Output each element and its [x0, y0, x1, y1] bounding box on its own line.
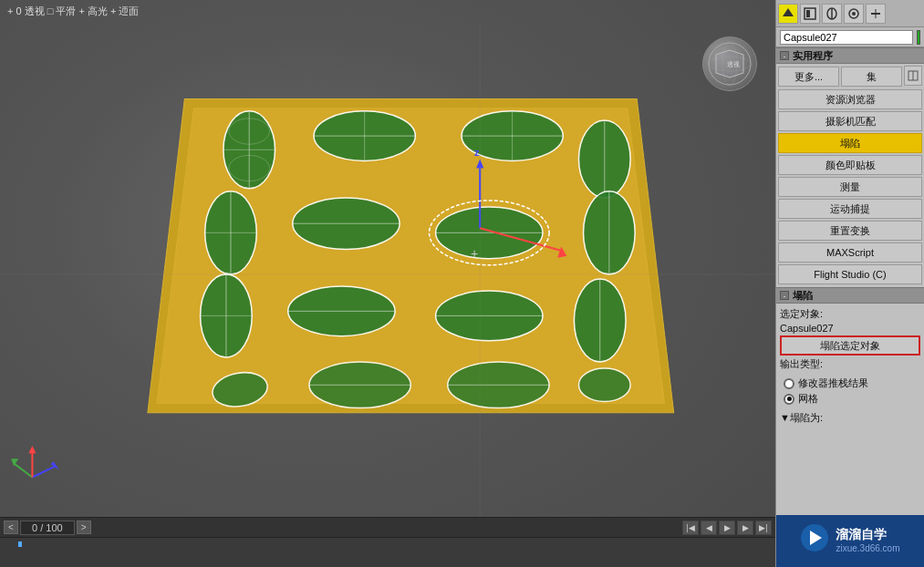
panel-expand-btn[interactable] — [904, 66, 922, 86]
timeline-controls: < 0 / 100 > |◀ ◀ ▶ ▶ ▶| — [0, 518, 775, 538]
watermark-logo — [801, 524, 828, 552]
svg-text:+: + — [471, 246, 478, 261]
utility-buttons-area: 更多... 集 资源浏览器 摄影机匹配 塌陷 颜色即贴板 测量 运动捕提 重置变… — [776, 64, 924, 287]
svg-rect-60 — [806, 10, 810, 17]
go-start-btn[interactable]: |◀ — [682, 521, 699, 535]
motion-icon-btn[interactable] — [866, 4, 886, 24]
svg-text:z: z — [474, 147, 480, 158]
prev-btn[interactable]: ◀ — [701, 521, 717, 535]
timeline-counter: 0 / 100 — [20, 521, 75, 535]
utility-section-title: 实用程序 — [793, 49, 833, 63]
svg-point-64 — [852, 12, 856, 15]
radio-dot-mesh[interactable] — [784, 394, 794, 405]
svg-line-50 — [14, 463, 32, 477]
radio-dot-modifier[interactable] — [784, 378, 794, 389]
main-container: + 0 透视 □ 平滑 + 高光 + 迊面 — [0, 0, 924, 567]
svg-marker-58 — [783, 8, 794, 16]
collapse-to-label: ▼塌陷为: — [780, 411, 920, 425]
next-frame-btn[interactable]: > — [77, 521, 91, 534]
collapse-selected-btn[interactable]: 塌陷选定对象 — [780, 335, 920, 356]
next-btn[interactable]: ▶ — [737, 521, 753, 535]
motion-capture-btn[interactable]: 运动捕提 — [778, 199, 922, 219]
watermark-subtitle: zixue.3d66.com — [836, 543, 899, 553]
collapse-section-title: 塌陷 — [793, 289, 813, 303]
nav-cube[interactable]: 透视 — [702, 36, 757, 91]
radio-label-modifier: 修改器推栈结果 — [798, 376, 868, 390]
go-end-btn[interactable]: ▶| — [755, 521, 772, 535]
resource-browser-btn[interactable]: 资源浏览器 — [778, 89, 922, 109]
svg-text:透视: 透视 — [727, 61, 740, 67]
viewport[interactable]: + 0 透视 □ 平滑 + 高光 + 迊面 — [0, 0, 775, 567]
collapse-section-collapse-btn[interactable]: - — [780, 291, 789, 300]
radio-modifier-stack[interactable]: 修改器推栈结果 — [784, 376, 917, 390]
section-collapse-btn[interactable]: - — [780, 51, 789, 60]
color-swatch[interactable] — [917, 30, 920, 45]
scene-icon-btn[interactable] — [800, 4, 820, 24]
svg-line-48 — [32, 466, 55, 477]
camera-match-btn[interactable]: 摄影机匹配 — [778, 111, 922, 131]
output-type-radio-group: 修改器推栈结果 网格 — [776, 375, 924, 407]
radio-mesh[interactable]: 网格 — [784, 392, 917, 406]
collapse-section-header: - 塌陷 — [776, 287, 924, 304]
radio-label-mesh: 网格 — [798, 392, 818, 406]
set-btn[interactable]: 集 — [841, 67, 902, 87]
selected-object-value: Capsule027 — [780, 323, 920, 334]
reset-transform-btn[interactable]: 重置变换 — [778, 221, 922, 241]
object-name-field[interactable] — [780, 30, 913, 45]
right-panel: - 实用程序 更多... 集 资源浏览器 摄影机匹配 塌陷 颜色即贴板 测量 运… — [775, 0, 924, 567]
measure-btn[interactable]: 测量 — [778, 177, 922, 197]
color-clipboard-btn[interactable]: 颜色即贴板 — [778, 155, 922, 175]
svg-marker-53 — [28, 446, 36, 453]
collapse-to-section: ▼塌陷为: — [776, 407, 924, 428]
prev-frame-btn[interactable]: < — [4, 521, 18, 534]
panel-top-bar — [776, 0, 924, 27]
object-name-row — [776, 27, 924, 47]
viewport-label: + 0 透视 □ 平滑 + 高光 + 迊面 — [7, 5, 139, 18]
scene-area: z + — [0, 0, 775, 567]
selected-object-label: 选定对象: — [780, 307, 920, 321]
play-btn[interactable]: ▶ — [719, 521, 735, 535]
hierarchy-icon-btn[interactable] — [844, 4, 864, 24]
svg-point-44 — [578, 368, 630, 401]
transport-buttons: |◀ ◀ ▶ ▶ ▶| — [682, 521, 772, 535]
collapse-btn[interactable]: 塌陷 — [778, 133, 922, 153]
utility-section-header: - 实用程序 — [776, 47, 924, 64]
maxscript-btn[interactable]: MAXScript — [778, 242, 922, 263]
watermark-play-icon — [810, 531, 822, 545]
collapse-sub-section: 选定对象: Capsule027 塌陷选定对象 输出类型: — [776, 304, 924, 375]
watermark-title: 溜溜自学 — [836, 527, 899, 543]
flight-studio-btn[interactable]: Flight Studio (C) — [778, 264, 922, 284]
utility-icon-btn[interactable] — [778, 4, 798, 24]
modify-icon-btn[interactable] — [822, 4, 842, 24]
output-type-label: 输出类型: — [780, 357, 920, 371]
more-btn[interactable]: 更多... — [778, 67, 839, 87]
bottom-toolbar — [0, 549, 775, 567]
watermark: 溜溜自学 zixue.3d66.com — [776, 515, 924, 567]
